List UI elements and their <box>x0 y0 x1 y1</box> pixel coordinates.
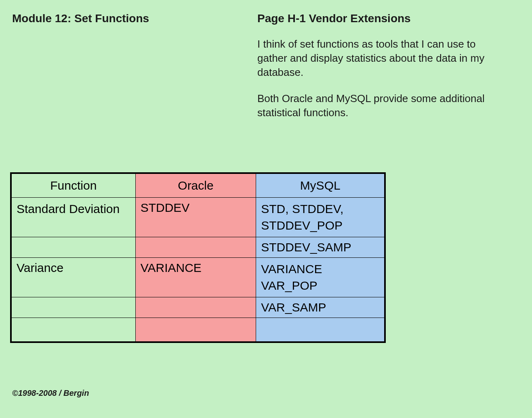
cell-oracle <box>135 318 256 342</box>
table-container: Function Oracle MySQL Standard Deviation… <box>10 172 520 343</box>
cell-function <box>11 237 135 258</box>
cell-oracle <box>135 297 256 318</box>
table-row: STDDEV_SAMP <box>11 237 385 258</box>
functions-table: Function Oracle MySQL Standard Deviation… <box>10 172 386 343</box>
header-row: Module 12: Set Functions Page H-1 Vendor… <box>12 12 520 132</box>
cell-function <box>11 318 135 342</box>
cell-function: Standard Deviation <box>11 198 135 237</box>
header-function: Function <box>11 173 135 198</box>
table-row: Variance VARIANCE VARIANCEVAR_POP <box>11 258 385 297</box>
cell-mysql: VARIANCEVAR_POP <box>256 258 385 297</box>
table-header-row: Function Oracle MySQL <box>11 173 385 198</box>
cell-function: Variance <box>11 258 135 297</box>
page-title: Page H-1 Vendor Extensions <box>257 12 496 25</box>
paragraph-2: Both Oracle and MySQL provide some addit… <box>257 92 496 120</box>
header-mysql: MySQL <box>256 173 385 198</box>
paragraph-1: I think of set functions as tools that I… <box>257 37 496 79</box>
cell-mysql <box>256 318 385 342</box>
cell-mysql: STD, STDDEV, STDDEV_POP <box>256 198 385 237</box>
cell-oracle <box>135 237 256 258</box>
table-row: VAR_SAMP <box>11 297 385 318</box>
copyright: ©1998-2008 / Bergin <box>12 389 89 398</box>
table-row <box>11 318 385 342</box>
cell-function <box>11 297 135 318</box>
cell-mysql: STDDEV_SAMP <box>256 237 385 258</box>
right-column: Page H-1 Vendor Extensions I think of se… <box>257 12 496 132</box>
cell-oracle: VARIANCE <box>135 258 256 297</box>
table-row: Standard Deviation STDDEV STD, STDDEV, S… <box>11 198 385 237</box>
cell-oracle: STDDEV <box>135 198 256 237</box>
cell-mysql: VAR_SAMP <box>256 297 385 318</box>
header-oracle: Oracle <box>135 173 256 198</box>
module-title: Module 12: Set Functions <box>12 12 149 132</box>
